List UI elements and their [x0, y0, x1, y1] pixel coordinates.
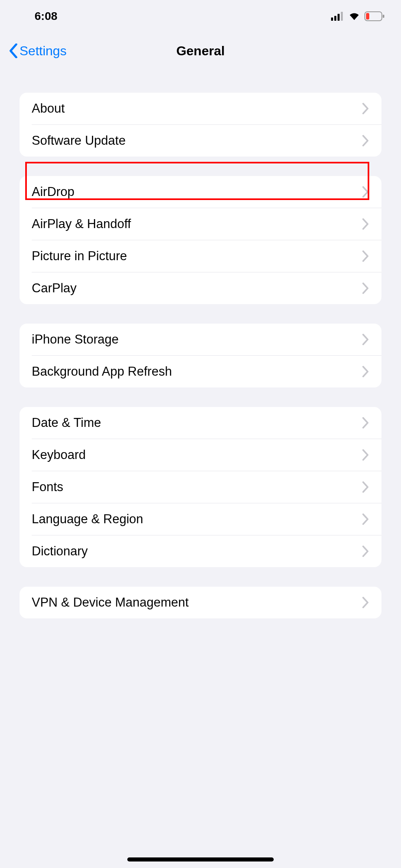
- home-indicator[interactable]: [127, 857, 274, 861]
- row-about[interactable]: About: [20, 93, 381, 124]
- chevron-right-icon: [362, 135, 369, 146]
- chevron-right-icon: [362, 481, 369, 493]
- chevron-right-icon: [362, 218, 369, 230]
- row-iphone-storage[interactable]: iPhone Storage: [20, 324, 381, 355]
- settings-group: VPN & Device Management: [20, 587, 381, 618]
- row-label: VPN & Device Management: [32, 595, 189, 610]
- row-airdrop[interactable]: AirDrop: [20, 176, 381, 208]
- row-label: AirDrop: [32, 185, 74, 199]
- row-label: Dictionary: [32, 544, 88, 559]
- chevron-right-icon: [362, 283, 369, 294]
- row-label: Fonts: [32, 480, 63, 494]
- row-vpn-device-management[interactable]: VPN & Device Management: [20, 587, 381, 618]
- chevron-right-icon: [362, 597, 369, 608]
- wifi-icon: [348, 12, 360, 21]
- chevron-right-icon: [362, 250, 369, 262]
- navigation-bar: Settings General: [0, 28, 401, 69]
- row-label: Picture in Picture: [32, 249, 127, 263]
- settings-content: About Software Update AirDrop AirPlay & …: [0, 93, 401, 618]
- page-title: General: [176, 44, 224, 59]
- row-airplay-handoff[interactable]: AirPlay & Handoff: [20, 208, 381, 240]
- svg-rect-2: [338, 14, 340, 21]
- row-background-app-refresh[interactable]: Background App Refresh: [20, 356, 381, 387]
- row-label: iPhone Storage: [32, 332, 119, 347]
- row-date-time[interactable]: Date & Time: [20, 407, 381, 439]
- status-icons: [331, 11, 385, 21]
- svg-rect-3: [341, 12, 343, 21]
- settings-group: Date & Time Keyboard Fonts Language & Re…: [20, 407, 381, 567]
- status-time: 6:08: [35, 10, 57, 23]
- row-keyboard[interactable]: Keyboard: [20, 439, 381, 471]
- svg-rect-5: [383, 15, 384, 18]
- battery-low-icon: [364, 11, 385, 21]
- row-label: Language & Region: [32, 512, 143, 526]
- cellular-signal-icon: [331, 12, 344, 21]
- row-picture-in-picture[interactable]: Picture in Picture: [20, 240, 381, 272]
- row-carplay[interactable]: CarPlay: [20, 272, 381, 304]
- row-label: About: [32, 101, 65, 116]
- chevron-right-icon: [362, 546, 369, 557]
- row-language-region[interactable]: Language & Region: [20, 503, 381, 535]
- row-dictionary[interactable]: Dictionary: [20, 535, 381, 567]
- chevron-right-icon: [362, 513, 369, 525]
- chevron-left-icon: [9, 44, 18, 58]
- row-label: Software Update: [32, 133, 126, 148]
- chevron-right-icon: [362, 417, 369, 429]
- svg-rect-6: [366, 13, 369, 20]
- row-label: Date & Time: [32, 416, 101, 430]
- row-fonts[interactable]: Fonts: [20, 471, 381, 503]
- svg-rect-1: [334, 16, 336, 21]
- settings-group: iPhone Storage Background App Refresh: [20, 324, 381, 387]
- row-software-update[interactable]: Software Update: [20, 125, 381, 157]
- back-label: Settings: [20, 44, 67, 59]
- back-button[interactable]: Settings: [9, 44, 67, 59]
- settings-group: AirDrop AirPlay & Handoff Picture in Pic…: [20, 176, 381, 304]
- settings-group: About Software Update: [20, 93, 381, 157]
- chevron-right-icon: [362, 366, 369, 377]
- chevron-right-icon: [362, 449, 369, 461]
- row-label: Keyboard: [32, 448, 86, 462]
- chevron-right-icon: [362, 186, 369, 198]
- chevron-right-icon: [362, 334, 369, 345]
- svg-rect-0: [331, 17, 333, 21]
- chevron-right-icon: [362, 103, 369, 114]
- row-label: AirPlay & Handoff: [32, 217, 131, 231]
- status-bar: 6:08: [0, 0, 401, 28]
- row-label: CarPlay: [32, 281, 76, 296]
- row-label: Background App Refresh: [32, 364, 172, 379]
